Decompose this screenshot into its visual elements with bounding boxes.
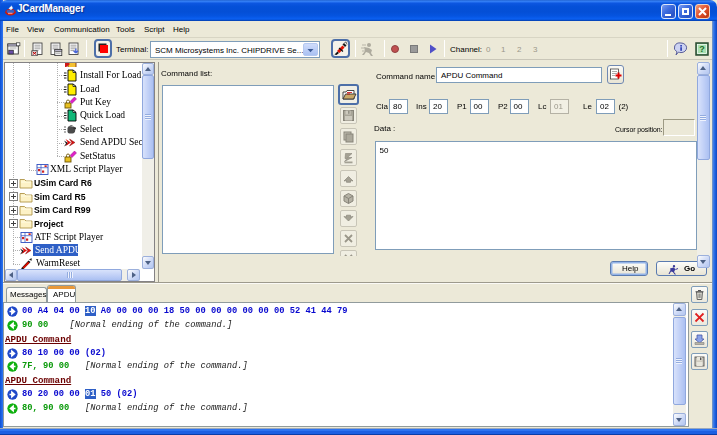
svg-text:?: ? [699,44,705,54]
